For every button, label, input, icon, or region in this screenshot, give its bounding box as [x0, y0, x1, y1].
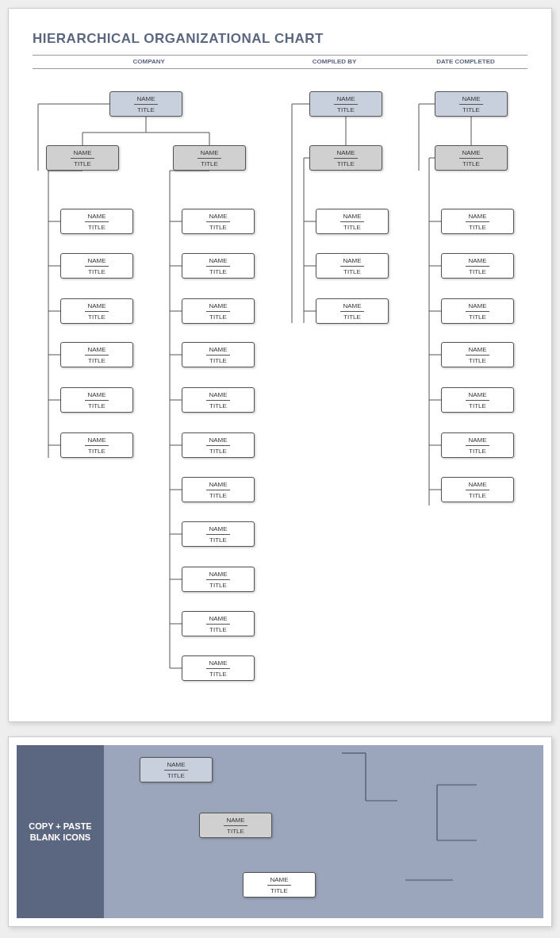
- org-node-top[interactable]: NAMETITLE: [435, 91, 508, 117]
- page-title: HIERARCHICAL ORGANIZATIONAL CHART: [33, 31, 527, 47]
- org-node-leaf[interactable]: NAMETITLE: [60, 209, 133, 234]
- sample-node-top[interactable]: NAMETITLE: [140, 757, 213, 782]
- header-company: COMPANY: [33, 56, 265, 68]
- org-node-leaf[interactable]: NAMETITLE: [182, 387, 255, 413]
- copy-paste-text: COPY + PASTE BLANK ICONS: [29, 821, 91, 844]
- org-node-leaf[interactable]: NAMETITLE: [60, 253, 133, 279]
- org-node-leaf[interactable]: NAMETITLE: [182, 477, 255, 502]
- org-node-leaf[interactable]: NAMETITLE: [441, 209, 514, 234]
- org-node-leaf[interactable]: NAMETITLE: [316, 298, 389, 324]
- org-node-leaf[interactable]: NAMETITLE: [60, 298, 133, 324]
- org-node-leaf[interactable]: NAMETITLE: [182, 253, 255, 279]
- org-node-leaf[interactable]: NAMETITLE: [60, 432, 133, 458]
- org-node-leaf[interactable]: NAMETITLE: [182, 432, 255, 458]
- org-node-leaf[interactable]: NAMETITLE: [441, 298, 514, 324]
- org-node-mid[interactable]: NAMETITLE: [46, 145, 119, 171]
- org-node-leaf[interactable]: NAMETITLE: [441, 342, 514, 367]
- org-node-leaf[interactable]: NAMETITLE: [182, 567, 255, 592]
- org-node-leaf[interactable]: NAMETITLE: [441, 432, 514, 458]
- org-node-leaf[interactable]: NAMETITLE: [60, 387, 133, 413]
- sample-node-mid[interactable]: NAMETITLE: [199, 813, 272, 838]
- copy-paste-canvas: NAMETITLE NAMETITLE NAMETITLE: [104, 745, 543, 918]
- org-node-leaf[interactable]: NAMETITLE: [441, 477, 514, 502]
- org-node-mid[interactable]: NAMETITLE: [173, 145, 246, 171]
- node-title: TITLE: [110, 106, 182, 113]
- org-node-leaf[interactable]: NAMETITLE: [182, 611, 255, 636]
- node-name: NAME: [110, 95, 182, 102]
- header-row: COMPANY COMPILED BY DATE COMPLETED: [33, 55, 527, 69]
- copy-paste-panel: COPY + PASTE BLANK ICONS NAMETITLE NAMET…: [8, 736, 552, 927]
- org-node-leaf[interactable]: NAMETITLE: [441, 387, 514, 413]
- node-name: NAME: [174, 149, 245, 156]
- header-date: DATE COMPLETED: [404, 56, 527, 68]
- org-node-leaf[interactable]: NAMETITLE: [316, 253, 389, 279]
- node-sep: [134, 104, 158, 105]
- copy-paste-label: COPY + PASTE BLANK ICONS: [17, 745, 104, 918]
- org-node-mid[interactable]: NAMETITLE: [309, 145, 382, 171]
- org-chart-page: HIERARCHICAL ORGANIZATIONAL CHART COMPAN…: [8, 8, 552, 722]
- sample-node-leaf[interactable]: NAMETITLE: [243, 872, 316, 898]
- org-node-top[interactable]: NAME TITLE: [109, 91, 182, 117]
- org-node-leaf[interactable]: NAMETITLE: [182, 298, 255, 324]
- org-node-leaf[interactable]: NAMETITLE: [60, 342, 133, 367]
- node-name: NAME: [47, 149, 118, 156]
- node-title: TITLE: [174, 160, 245, 167]
- connector-lines: [33, 85, 527, 688]
- org-node-top[interactable]: NAMETITLE: [309, 91, 382, 117]
- org-node-leaf[interactable]: NAMETITLE: [441, 253, 514, 279]
- org-node-leaf[interactable]: NAMETITLE: [182, 521, 255, 547]
- header-compiledby: COMPILED BY: [265, 56, 404, 68]
- org-node-leaf[interactable]: NAMETITLE: [182, 655, 255, 681]
- chart-area: NAME TITLE NAMETITLE NAMETITLE NAMETITLE…: [33, 85, 527, 688]
- org-node-leaf[interactable]: NAMETITLE: [182, 342, 255, 367]
- org-node-leaf[interactable]: NAMETITLE: [316, 209, 389, 234]
- org-node-mid[interactable]: NAMETITLE: [435, 145, 508, 171]
- org-node-leaf[interactable]: NAMETITLE: [182, 209, 255, 234]
- node-title: TITLE: [47, 160, 118, 167]
